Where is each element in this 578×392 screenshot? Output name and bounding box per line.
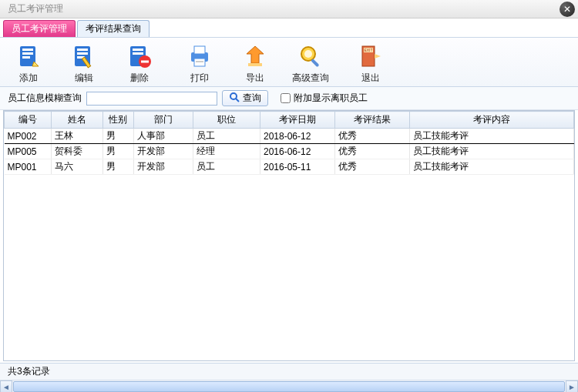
scroll-right-button[interactable]: ► (566, 380, 578, 392)
svg-rect-14 (141, 61, 149, 63)
advanced-query-label: 高级查询 (292, 72, 329, 85)
exit-label: 退出 (361, 72, 380, 85)
add-button[interactable]: 添加 (8, 42, 49, 85)
grid-header-cell[interactable]: 考评日期 (260, 112, 335, 129)
exit-icon: EXIT (357, 42, 385, 70)
grid-header-cell[interactable]: 姓名 (51, 112, 102, 129)
table-row[interactable]: MP001马六男开发部员工2016-05-11优秀员工技能考评 (5, 159, 574, 175)
search-icon (297, 42, 324, 70)
svg-text:EXIT: EXIT (364, 48, 372, 52)
add-icon (15, 42, 42, 70)
svg-rect-16 (194, 46, 205, 54)
tab-strip: 员工考评管理 考评结果查询 (0, 18, 578, 37)
table-cell: 2016-05-11 (260, 159, 335, 175)
table-cell: 优秀 (335, 159, 410, 175)
table-cell: 王林 (51, 129, 102, 144)
svg-rect-22 (311, 59, 319, 67)
table-cell: MP002 (5, 129, 52, 144)
table-cell: MP005 (5, 144, 52, 159)
table-cell: 男 (102, 159, 133, 175)
tab-label: 员工考评管理 (12, 23, 67, 34)
export-button[interactable]: 导出 (234, 42, 276, 85)
table-cell: 开发部 (134, 144, 193, 159)
show-resigned-checkbox-wrap[interactable]: 附加显示离职员工 (281, 92, 368, 105)
table-cell: 优秀 (335, 129, 410, 144)
table-cell: 员工技能考评 (410, 144, 574, 159)
svg-line-28 (236, 99, 239, 102)
print-button[interactable]: 打印 (179, 42, 220, 85)
table-cell: MP001 (5, 159, 52, 175)
tab-label: 考评结果查询 (86, 23, 141, 34)
edit-label: 编辑 (75, 72, 93, 85)
filter-label: 员工信息模糊查询 (8, 92, 82, 105)
scroll-left-button[interactable]: ◄ (0, 380, 12, 392)
print-icon (186, 42, 213, 70)
table-cell: 经理 (193, 144, 260, 159)
svg-rect-7 (77, 52, 88, 55)
titlebar: 员工考评管理 ✕ (0, 0, 578, 18)
delete-label: 删除 (130, 72, 149, 85)
export-icon (241, 42, 269, 70)
grid-header-row: 编号姓名性别部门职位考评日期考评结果考评内容 (5, 112, 574, 129)
svg-rect-12 (133, 52, 143, 55)
grid-header-cell[interactable]: 职位 (193, 112, 260, 129)
grid-header-cell[interactable]: 性别 (102, 112, 133, 129)
add-label: 添加 (19, 72, 38, 85)
table-cell: 男 (102, 144, 133, 159)
table-cell: 马六 (51, 159, 102, 175)
svg-rect-19 (248, 63, 262, 66)
grid-header-cell[interactable]: 编号 (5, 112, 52, 129)
table-cell: 员工 (193, 129, 260, 144)
query-label: 查询 (243, 92, 261, 105)
svg-marker-26 (375, 54, 381, 59)
table-cell: 男 (102, 129, 133, 144)
close-button[interactable]: ✕ (560, 2, 575, 17)
record-count-status: 共3条记录 (0, 364, 578, 380)
export-label: 导出 (246, 72, 264, 85)
toolbar: 添加 编辑 删除 打印 导出 (0, 37, 578, 87)
show-resigned-label: 附加显示离职员工 (294, 92, 368, 105)
show-resigned-checkbox[interactable] (281, 93, 291, 103)
svg-rect-2 (22, 52, 33, 55)
grid-header-cell[interactable]: 部门 (134, 112, 193, 129)
tab-result-query[interactable]: 考评结果查询 (77, 20, 150, 37)
tab-evaluation-mgmt[interactable]: 员工考评管理 (3, 20, 76, 37)
svg-point-21 (304, 50, 312, 58)
svg-rect-18 (196, 61, 203, 62)
table-row[interactable]: MP002王林男人事部员工2018-06-12优秀员工技能考评 (5, 129, 574, 144)
magnifier-icon (229, 92, 240, 105)
filter-bar: 员工信息模糊查询 查询 附加显示离职员工 (0, 87, 578, 110)
close-icon: ✕ (563, 4, 571, 15)
grid-header-cell[interactable]: 考评结果 (335, 112, 410, 129)
grid-header-cell[interactable]: 考评内容 (410, 112, 574, 129)
svg-rect-6 (77, 49, 88, 51)
svg-rect-3 (22, 56, 30, 59)
table-cell: 2016-06-12 (260, 144, 335, 159)
table-cell: 优秀 (335, 144, 410, 159)
edit-icon (70, 42, 98, 70)
print-label: 打印 (190, 72, 209, 85)
data-grid[interactable]: 编号姓名性别部门职位考评日期考评结果考评内容 MP002王林男人事部员工2018… (4, 111, 574, 175)
query-button[interactable]: 查询 (222, 90, 268, 106)
advanced-query-button[interactable]: 高级查询 (290, 42, 331, 85)
horizontal-scrollbar[interactable]: ◄ ► (0, 380, 578, 392)
svg-point-27 (230, 93, 237, 99)
window-title: 员工考评管理 (8, 2, 63, 15)
edit-button[interactable]: 编辑 (63, 42, 105, 85)
table-cell: 开发部 (134, 159, 193, 175)
table-cell: 贺科委 (51, 144, 102, 159)
table-cell: 员工 (193, 159, 260, 175)
exit-button[interactable]: EXIT 退出 (350, 42, 391, 85)
scroll-thumb[interactable] (13, 381, 565, 392)
table-row[interactable]: MP005贺科委男开发部经理2016-06-12优秀员工技能考评 (5, 144, 574, 159)
table-cell: 2018-06-12 (260, 129, 335, 144)
table-cell: 人事部 (134, 129, 193, 144)
fuzzy-search-input[interactable] (86, 92, 217, 106)
delete-button[interactable]: 删除 (119, 42, 160, 85)
svg-rect-1 (22, 49, 33, 51)
data-grid-wrap: 编号姓名性别部门职位考评日期考评结果考评内容 MP002王林男人事部员工2018… (3, 110, 575, 361)
table-cell: 员工技能考评 (410, 129, 574, 144)
delete-icon (126, 42, 153, 70)
table-cell: 员工技能考评 (410, 159, 574, 175)
footer: 共3条记录 ◄ ► (0, 363, 578, 392)
